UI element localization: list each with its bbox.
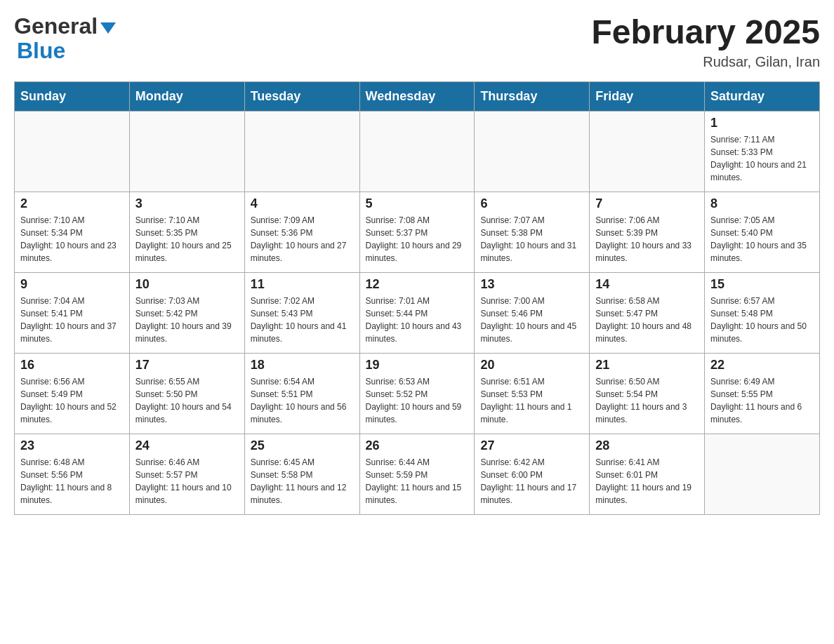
day-number: 4 — [251, 196, 354, 211]
col-friday: Friday — [590, 81, 705, 111]
day-info: Sunrise: 6:53 AMSunset: 5:52 PMDaylight:… — [366, 375, 469, 426]
calendar-table: Sunday Monday Tuesday Wednesday Thursday… — [14, 81, 820, 515]
col-saturday: Saturday — [705, 81, 820, 111]
logo: General Blue — [14, 14, 116, 63]
day-info: Sunrise: 6:58 AMSunset: 5:47 PMDaylight:… — [595, 295, 699, 345]
logo-blue-text: Blue — [17, 39, 116, 63]
calendar-week-row: 1Sunrise: 7:11 AMSunset: 5:33 PMDaylight… — [15, 111, 820, 192]
table-row: 5Sunrise: 7:08 AMSunset: 5:37 PMDaylight… — [359, 192, 475, 272]
table-row — [359, 111, 475, 192]
day-info: Sunrise: 6:57 AMSunset: 5:48 PMDaylight:… — [710, 295, 814, 345]
day-info: Sunrise: 6:54 AMSunset: 5:51 PMDaylight:… — [251, 375, 354, 426]
table-row: 15Sunrise: 6:57 AMSunset: 5:48 PMDayligh… — [705, 272, 820, 353]
table-row: 25Sunrise: 6:45 AMSunset: 5:58 PMDayligh… — [244, 434, 359, 514]
table-row: 1Sunrise: 7:11 AMSunset: 5:33 PMDaylight… — [705, 111, 820, 192]
col-sunday: Sunday — [15, 81, 130, 111]
day-info: Sunrise: 7:07 AMSunset: 5:38 PMDaylight:… — [480, 214, 583, 264]
logo-general-text: General — [14, 14, 98, 39]
col-monday: Monday — [129, 81, 244, 111]
table-row — [475, 111, 590, 192]
day-number: 14 — [595, 277, 699, 292]
day-info: Sunrise: 6:45 AMSunset: 5:58 PMDaylight:… — [251, 456, 354, 507]
day-number: 22 — [710, 358, 814, 373]
title-block: February 2025 Rudsar, Gilan, Iran — [591, 14, 820, 70]
day-number: 19 — [366, 358, 469, 373]
day-number: 8 — [710, 196, 814, 211]
day-number: 21 — [595, 358, 699, 373]
day-number: 10 — [135, 277, 239, 292]
col-tuesday: Tuesday — [244, 81, 359, 111]
page-header: General Blue February 2025 Rudsar, Gilan… — [14, 14, 820, 70]
logo-triangle-icon — [100, 22, 116, 34]
table-row: 4Sunrise: 7:09 AMSunset: 5:36 PMDaylight… — [244, 192, 359, 272]
day-info: Sunrise: 7:08 AMSunset: 5:37 PMDaylight:… — [366, 214, 469, 264]
table-row — [129, 111, 244, 192]
day-number: 11 — [251, 277, 354, 292]
day-info: Sunrise: 6:50 AMSunset: 5:54 PMDaylight:… — [595, 375, 699, 426]
month-title: February 2025 — [591, 14, 820, 51]
day-number: 12 — [366, 277, 469, 292]
day-info: Sunrise: 6:55 AMSunset: 5:50 PMDaylight:… — [135, 375, 239, 426]
day-number: 16 — [20, 358, 124, 373]
day-info: Sunrise: 6:42 AMSunset: 6:00 PMDaylight:… — [480, 456, 583, 507]
table-row: 22Sunrise: 6:49 AMSunset: 5:55 PMDayligh… — [705, 353, 820, 434]
day-info: Sunrise: 6:44 AMSunset: 5:59 PMDaylight:… — [366, 456, 469, 507]
table-row: 16Sunrise: 6:56 AMSunset: 5:49 PMDayligh… — [15, 353, 130, 434]
day-number: 28 — [595, 438, 699, 453]
day-number: 24 — [135, 438, 239, 453]
table-row: 24Sunrise: 6:46 AMSunset: 5:57 PMDayligh… — [129, 434, 244, 514]
table-row — [244, 111, 359, 192]
day-number: 15 — [710, 277, 814, 292]
day-info: Sunrise: 7:10 AMSunset: 5:34 PMDaylight:… — [20, 214, 124, 264]
col-thursday: Thursday — [475, 81, 590, 111]
table-row: 23Sunrise: 6:48 AMSunset: 5:56 PMDayligh… — [15, 434, 130, 514]
day-info: Sunrise: 6:51 AMSunset: 5:53 PMDaylight:… — [480, 375, 583, 426]
table-row: 7Sunrise: 7:06 AMSunset: 5:39 PMDaylight… — [590, 192, 705, 272]
day-number: 5 — [366, 196, 469, 211]
day-info: Sunrise: 6:46 AMSunset: 5:57 PMDaylight:… — [135, 456, 239, 507]
day-number: 17 — [135, 358, 239, 373]
table-row: 3Sunrise: 7:10 AMSunset: 5:35 PMDaylight… — [129, 192, 244, 272]
calendar-week-row: 16Sunrise: 6:56 AMSunset: 5:49 PMDayligh… — [15, 353, 820, 434]
day-info: Sunrise: 6:49 AMSunset: 5:55 PMDaylight:… — [710, 375, 814, 426]
col-wednesday: Wednesday — [359, 81, 475, 111]
day-number: 13 — [480, 277, 583, 292]
day-info: Sunrise: 7:01 AMSunset: 5:44 PMDaylight:… — [366, 295, 469, 345]
day-info: Sunrise: 7:11 AMSunset: 5:33 PMDaylight:… — [710, 133, 814, 184]
day-info: Sunrise: 7:04 AMSunset: 5:41 PMDaylight:… — [20, 295, 124, 345]
table-row: 19Sunrise: 6:53 AMSunset: 5:52 PMDayligh… — [359, 353, 475, 434]
day-number: 23 — [20, 438, 124, 453]
day-number: 20 — [480, 358, 583, 373]
calendar-header-row: Sunday Monday Tuesday Wednesday Thursday… — [15, 81, 820, 111]
day-number: 3 — [135, 196, 239, 211]
day-info: Sunrise: 7:05 AMSunset: 5:40 PMDaylight:… — [710, 214, 814, 264]
day-info: Sunrise: 6:56 AMSunset: 5:49 PMDaylight:… — [20, 375, 124, 426]
table-row: 28Sunrise: 6:41 AMSunset: 6:01 PMDayligh… — [590, 434, 705, 514]
day-number: 2 — [20, 196, 124, 211]
day-number: 18 — [251, 358, 354, 373]
table-row: 11Sunrise: 7:02 AMSunset: 5:43 PMDayligh… — [244, 272, 359, 353]
day-info: Sunrise: 7:06 AMSunset: 5:39 PMDaylight:… — [595, 214, 699, 264]
calendar-week-row: 9Sunrise: 7:04 AMSunset: 5:41 PMDaylight… — [15, 272, 820, 353]
table-row: 9Sunrise: 7:04 AMSunset: 5:41 PMDaylight… — [15, 272, 130, 353]
day-info: Sunrise: 6:48 AMSunset: 5:56 PMDaylight:… — [20, 456, 124, 507]
table-row: 10Sunrise: 7:03 AMSunset: 5:42 PMDayligh… — [129, 272, 244, 353]
calendar-week-row: 23Sunrise: 6:48 AMSunset: 5:56 PMDayligh… — [15, 434, 820, 514]
day-info: Sunrise: 7:10 AMSunset: 5:35 PMDaylight:… — [135, 214, 239, 264]
location: Rudsar, Gilan, Iran — [591, 54, 820, 70]
calendar-week-row: 2Sunrise: 7:10 AMSunset: 5:34 PMDaylight… — [15, 192, 820, 272]
day-number: 7 — [595, 196, 699, 211]
day-number: 26 — [366, 438, 469, 453]
table-row: 8Sunrise: 7:05 AMSunset: 5:40 PMDaylight… — [705, 192, 820, 272]
table-row — [705, 434, 820, 514]
table-row: 13Sunrise: 7:00 AMSunset: 5:46 PMDayligh… — [475, 272, 590, 353]
day-number: 9 — [20, 277, 124, 292]
table-row: 6Sunrise: 7:07 AMSunset: 5:38 PMDaylight… — [475, 192, 590, 272]
table-row — [590, 111, 705, 192]
table-row — [15, 111, 130, 192]
day-number: 1 — [710, 116, 814, 130]
day-info: Sunrise: 7:02 AMSunset: 5:43 PMDaylight:… — [251, 295, 354, 345]
table-row: 12Sunrise: 7:01 AMSunset: 5:44 PMDayligh… — [359, 272, 475, 353]
day-number: 25 — [251, 438, 354, 453]
day-info: Sunrise: 7:09 AMSunset: 5:36 PMDaylight:… — [251, 214, 354, 264]
